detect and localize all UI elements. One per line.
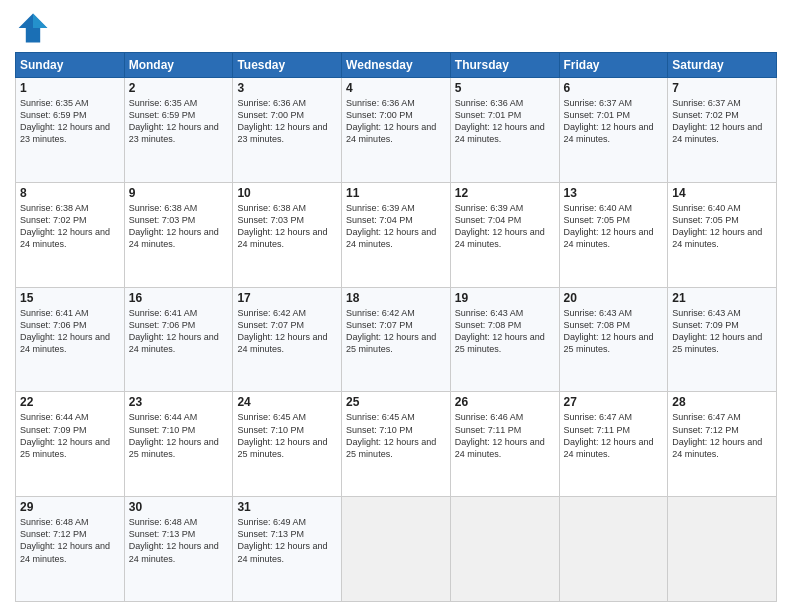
calendar-cell: 7Sunrise: 6:37 AMSunset: 7:02 PMDaylight… — [668, 78, 777, 183]
day-number: 6 — [564, 81, 664, 95]
day-info: Sunrise: 6:38 AMSunset: 7:02 PMDaylight:… — [20, 203, 110, 249]
calendar-cell: 21Sunrise: 6:43 AMSunset: 7:09 PMDayligh… — [668, 287, 777, 392]
day-info: Sunrise: 6:43 AMSunset: 7:09 PMDaylight:… — [672, 308, 762, 354]
logo-icon — [15, 10, 51, 46]
calendar-header-row: SundayMondayTuesdayWednesdayThursdayFrid… — [16, 53, 777, 78]
day-info: Sunrise: 6:39 AMSunset: 7:04 PMDaylight:… — [346, 203, 436, 249]
day-info: Sunrise: 6:36 AMSunset: 7:00 PMDaylight:… — [237, 98, 327, 144]
day-number: 8 — [20, 186, 120, 200]
day-number: 16 — [129, 291, 229, 305]
calendar-cell: 19Sunrise: 6:43 AMSunset: 7:08 PMDayligh… — [450, 287, 559, 392]
calendar-cell: 18Sunrise: 6:42 AMSunset: 7:07 PMDayligh… — [342, 287, 451, 392]
day-info: Sunrise: 6:41 AMSunset: 7:06 PMDaylight:… — [129, 308, 219, 354]
calendar-cell — [668, 497, 777, 602]
day-number: 4 — [346, 81, 446, 95]
day-number: 26 — [455, 395, 555, 409]
day-info: Sunrise: 6:43 AMSunset: 7:08 PMDaylight:… — [564, 308, 654, 354]
day-info: Sunrise: 6:45 AMSunset: 7:10 PMDaylight:… — [237, 412, 327, 458]
calendar-cell: 16Sunrise: 6:41 AMSunset: 7:06 PMDayligh… — [124, 287, 233, 392]
calendar-cell: 29Sunrise: 6:48 AMSunset: 7:12 PMDayligh… — [16, 497, 125, 602]
day-info: Sunrise: 6:48 AMSunset: 7:13 PMDaylight:… — [129, 517, 219, 563]
col-header-saturday: Saturday — [668, 53, 777, 78]
day-info: Sunrise: 6:36 AMSunset: 7:00 PMDaylight:… — [346, 98, 436, 144]
day-number: 25 — [346, 395, 446, 409]
col-header-friday: Friday — [559, 53, 668, 78]
calendar-cell: 22Sunrise: 6:44 AMSunset: 7:09 PMDayligh… — [16, 392, 125, 497]
day-number: 3 — [237, 81, 337, 95]
svg-marker-1 — [33, 14, 47, 28]
day-number: 10 — [237, 186, 337, 200]
day-number: 24 — [237, 395, 337, 409]
day-info: Sunrise: 6:49 AMSunset: 7:13 PMDaylight:… — [237, 517, 327, 563]
day-info: Sunrise: 6:44 AMSunset: 7:10 PMDaylight:… — [129, 412, 219, 458]
day-number: 15 — [20, 291, 120, 305]
day-info: Sunrise: 6:40 AMSunset: 7:05 PMDaylight:… — [672, 203, 762, 249]
calendar-cell: 1Sunrise: 6:35 AMSunset: 6:59 PMDaylight… — [16, 78, 125, 183]
calendar-cell: 3Sunrise: 6:36 AMSunset: 7:00 PMDaylight… — [233, 78, 342, 183]
day-number: 31 — [237, 500, 337, 514]
day-info: Sunrise: 6:39 AMSunset: 7:04 PMDaylight:… — [455, 203, 545, 249]
calendar-cell: 28Sunrise: 6:47 AMSunset: 7:12 PMDayligh… — [668, 392, 777, 497]
calendar-week-row: 22Sunrise: 6:44 AMSunset: 7:09 PMDayligh… — [16, 392, 777, 497]
day-info: Sunrise: 6:44 AMSunset: 7:09 PMDaylight:… — [20, 412, 110, 458]
day-number: 30 — [129, 500, 229, 514]
calendar-cell: 12Sunrise: 6:39 AMSunset: 7:04 PMDayligh… — [450, 182, 559, 287]
calendar-week-row: 8Sunrise: 6:38 AMSunset: 7:02 PMDaylight… — [16, 182, 777, 287]
day-info: Sunrise: 6:35 AMSunset: 6:59 PMDaylight:… — [20, 98, 110, 144]
header — [15, 10, 777, 46]
calendar-cell: 24Sunrise: 6:45 AMSunset: 7:10 PMDayligh… — [233, 392, 342, 497]
day-number: 18 — [346, 291, 446, 305]
calendar-cell: 11Sunrise: 6:39 AMSunset: 7:04 PMDayligh… — [342, 182, 451, 287]
day-number: 27 — [564, 395, 664, 409]
day-info: Sunrise: 6:47 AMSunset: 7:11 PMDaylight:… — [564, 412, 654, 458]
day-info: Sunrise: 6:42 AMSunset: 7:07 PMDaylight:… — [346, 308, 436, 354]
calendar-cell: 9Sunrise: 6:38 AMSunset: 7:03 PMDaylight… — [124, 182, 233, 287]
day-number: 1 — [20, 81, 120, 95]
col-header-monday: Monday — [124, 53, 233, 78]
calendar-week-row: 29Sunrise: 6:48 AMSunset: 7:12 PMDayligh… — [16, 497, 777, 602]
day-number: 20 — [564, 291, 664, 305]
page: SundayMondayTuesdayWednesdayThursdayFrid… — [0, 0, 792, 612]
day-number: 23 — [129, 395, 229, 409]
day-number: 19 — [455, 291, 555, 305]
calendar-cell: 23Sunrise: 6:44 AMSunset: 7:10 PMDayligh… — [124, 392, 233, 497]
day-info: Sunrise: 6:40 AMSunset: 7:05 PMDaylight:… — [564, 203, 654, 249]
calendar-cell: 15Sunrise: 6:41 AMSunset: 7:06 PMDayligh… — [16, 287, 125, 392]
calendar-cell: 13Sunrise: 6:40 AMSunset: 7:05 PMDayligh… — [559, 182, 668, 287]
calendar-week-row: 1Sunrise: 6:35 AMSunset: 6:59 PMDaylight… — [16, 78, 777, 183]
calendar-cell: 30Sunrise: 6:48 AMSunset: 7:13 PMDayligh… — [124, 497, 233, 602]
col-header-thursday: Thursday — [450, 53, 559, 78]
day-number: 5 — [455, 81, 555, 95]
day-number: 17 — [237, 291, 337, 305]
day-number: 28 — [672, 395, 772, 409]
day-info: Sunrise: 6:38 AMSunset: 7:03 PMDaylight:… — [129, 203, 219, 249]
calendar-cell: 20Sunrise: 6:43 AMSunset: 7:08 PMDayligh… — [559, 287, 668, 392]
day-info: Sunrise: 6:46 AMSunset: 7:11 PMDaylight:… — [455, 412, 545, 458]
day-number: 11 — [346, 186, 446, 200]
day-info: Sunrise: 6:42 AMSunset: 7:07 PMDaylight:… — [237, 308, 327, 354]
col-header-tuesday: Tuesday — [233, 53, 342, 78]
calendar-cell: 17Sunrise: 6:42 AMSunset: 7:07 PMDayligh… — [233, 287, 342, 392]
calendar-cell — [450, 497, 559, 602]
day-info: Sunrise: 6:47 AMSunset: 7:12 PMDaylight:… — [672, 412, 762, 458]
day-info: Sunrise: 6:38 AMSunset: 7:03 PMDaylight:… — [237, 203, 327, 249]
col-header-sunday: Sunday — [16, 53, 125, 78]
calendar-cell: 2Sunrise: 6:35 AMSunset: 6:59 PMDaylight… — [124, 78, 233, 183]
logo — [15, 10, 55, 46]
calendar-cell: 31Sunrise: 6:49 AMSunset: 7:13 PMDayligh… — [233, 497, 342, 602]
calendar-cell: 10Sunrise: 6:38 AMSunset: 7:03 PMDayligh… — [233, 182, 342, 287]
day-info: Sunrise: 6:37 AMSunset: 7:02 PMDaylight:… — [672, 98, 762, 144]
day-info: Sunrise: 6:48 AMSunset: 7:12 PMDaylight:… — [20, 517, 110, 563]
day-number: 9 — [129, 186, 229, 200]
day-number: 7 — [672, 81, 772, 95]
day-info: Sunrise: 6:45 AMSunset: 7:10 PMDaylight:… — [346, 412, 436, 458]
day-number: 29 — [20, 500, 120, 514]
day-number: 21 — [672, 291, 772, 305]
calendar-cell: 27Sunrise: 6:47 AMSunset: 7:11 PMDayligh… — [559, 392, 668, 497]
calendar-cell: 26Sunrise: 6:46 AMSunset: 7:11 PMDayligh… — [450, 392, 559, 497]
calendar-cell — [342, 497, 451, 602]
calendar-cell: 8Sunrise: 6:38 AMSunset: 7:02 PMDaylight… — [16, 182, 125, 287]
day-info: Sunrise: 6:43 AMSunset: 7:08 PMDaylight:… — [455, 308, 545, 354]
calendar-cell: 4Sunrise: 6:36 AMSunset: 7:00 PMDaylight… — [342, 78, 451, 183]
day-number: 13 — [564, 186, 664, 200]
